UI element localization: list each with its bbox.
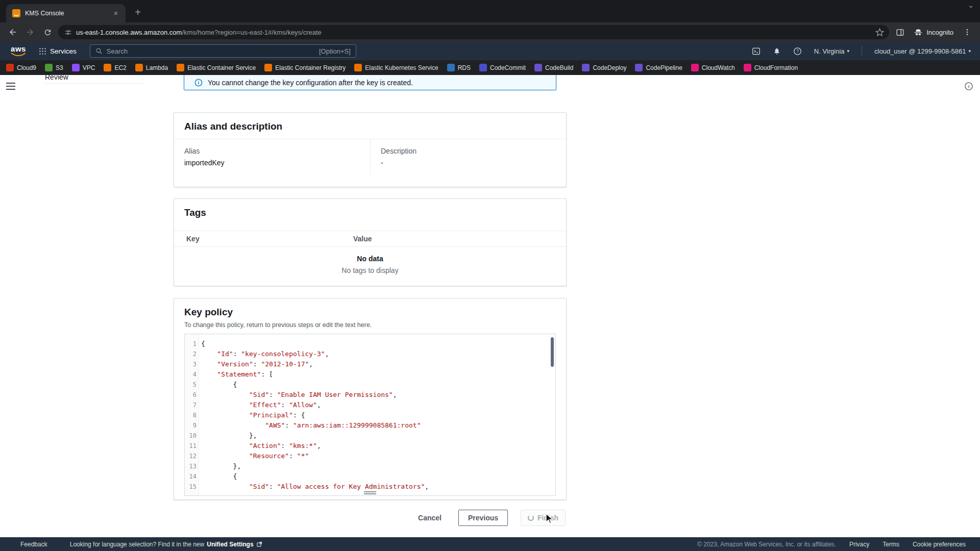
code-line: 6 "Sid": "Enable IAM User Permissions", xyxy=(185,390,555,400)
line-text: "AWS": "arn:aws:iam::129999085861:root" xyxy=(197,420,421,431)
terms-link[interactable]: Terms xyxy=(883,541,899,548)
forward-button[interactable] xyxy=(23,26,37,39)
bookmark-vpc[interactable]: VPC xyxy=(72,64,95,71)
bookmark-favicon xyxy=(177,64,184,71)
search-icon xyxy=(95,47,103,55)
description-value: - xyxy=(381,159,556,167)
bookmark-label: Elastic Container Service xyxy=(187,64,256,71)
cookie-preferences-link[interactable]: Cookie preferences xyxy=(913,541,966,548)
new-tab-button[interactable]: + xyxy=(132,7,144,19)
bookmark-favicon xyxy=(354,64,362,71)
browser-menu-icon[interactable] xyxy=(961,26,974,39)
empty-state-subtitle: No tags to display xyxy=(174,266,566,274)
bookmark-favicon xyxy=(264,64,272,71)
loading-spinner-icon xyxy=(528,515,534,521)
policy-editor-lines: 1{2 "Id": "key-consolepolicy-3",3 "Versi… xyxy=(185,334,555,492)
privacy-link[interactable]: Privacy xyxy=(849,541,869,548)
info-panel-icon[interactable]: i xyxy=(964,82,973,93)
tags-table-header: Key Value xyxy=(174,231,566,247)
line-text: "Action": "kms:*", xyxy=(197,441,321,451)
account-menu[interactable]: cloud_user @ 1299-9908-5861 ▾ xyxy=(874,47,971,55)
line-text: "Sid": "Enable IAM User Permissions", xyxy=(197,390,397,400)
bookmark-rds[interactable]: RDS xyxy=(447,64,471,71)
back-button[interactable] xyxy=(6,26,19,39)
help-icon[interactable]: ? xyxy=(793,47,802,56)
bookmark-codecommit[interactable]: CodeCommit xyxy=(479,64,526,71)
region-selector[interactable]: N. Virginia ▾ xyxy=(814,47,849,55)
notifications-bell-icon[interactable] xyxy=(773,47,781,55)
bookmark-label: RDS xyxy=(458,64,471,71)
url-text: us-east-1.console.aws.amazon.com/kms/hom… xyxy=(76,29,871,36)
bookmark-cloud9[interactable]: Cloud9 xyxy=(6,64,36,71)
key-policy-card: Key policy To change this policy, return… xyxy=(174,298,567,500)
line-number: 15 xyxy=(185,482,197,492)
wizard-step-review[interactable]: Review xyxy=(45,73,68,81)
window-chevron-icon[interactable]: ⌄ xyxy=(968,1,974,9)
step-divider xyxy=(45,83,145,84)
svg-text:?: ? xyxy=(796,48,799,54)
bookmark-favicon xyxy=(479,64,487,71)
unified-settings-link[interactable]: Unified Settings xyxy=(207,541,253,548)
empty-state-title: No data xyxy=(174,255,566,263)
previous-button[interactable]: Previous xyxy=(458,510,508,526)
bookmark-elastic-container-registry[interactable]: Elastic Container Registry xyxy=(264,64,346,71)
line-number: 10 xyxy=(185,431,197,441)
editor-scrollbar-thumb[interactable] xyxy=(551,337,554,367)
editor-resize-handle[interactable] xyxy=(364,490,376,494)
address-bar[interactable]: us-east-1.console.aws.amazon.com/kms/hom… xyxy=(58,25,889,39)
bookmark-label: Elastic Kubernetes Service xyxy=(365,64,438,71)
bookmarks-bar: Cloud9S3VPCEC2LambdaElastic Container Se… xyxy=(0,60,980,75)
cloudshell-icon[interactable] xyxy=(752,47,761,56)
bookmark-label: Lambda xyxy=(146,64,168,71)
tab-close-icon[interactable]: × xyxy=(111,9,120,18)
line-number: 11 xyxy=(185,441,197,451)
aws-logo[interactable]: aws xyxy=(9,45,28,57)
incognito-badge: Incognito xyxy=(911,28,957,37)
bookmark-label: VPC xyxy=(83,64,95,71)
bookmark-codepipeline[interactable]: CodePipeline xyxy=(635,64,682,71)
console-search-input[interactable]: Search [Option+S] xyxy=(90,44,356,58)
bookmark-elastic-container-service[interactable]: Elastic Container Service xyxy=(177,64,256,71)
bookmark-elastic-kubernetes-service[interactable]: Elastic Kubernetes Service xyxy=(354,64,438,71)
page-content: Review i You cannot change the key confi… xyxy=(0,75,980,537)
browser-tab[interactable]: KMS Console × xyxy=(6,4,126,22)
bookmark-label: CloudFormation xyxy=(754,64,798,71)
site-info-icon[interactable] xyxy=(64,29,72,36)
services-label: Services xyxy=(50,47,77,55)
code-line: 4 "Statement": [ xyxy=(185,369,555,380)
card-subtitle: To change this policy, return to previou… xyxy=(184,321,556,329)
bookmark-s3[interactable]: S3 xyxy=(45,64,63,71)
bookmark-codebuild[interactable]: CodeBuild xyxy=(534,64,573,71)
tab-strip: KMS Console × + ⌄ xyxy=(0,0,980,22)
line-number: 14 xyxy=(185,471,197,482)
bookmark-cloudwatch[interactable]: CloudWatch xyxy=(691,64,735,71)
bookmark-codedeploy[interactable]: CodeDeploy xyxy=(582,64,626,71)
policy-code-editor[interactable]: 1{2 "Id": "key-consolepolicy-3",3 "Versi… xyxy=(184,334,556,496)
bookmark-favicon xyxy=(534,64,542,71)
line-number: 8 xyxy=(185,410,197,420)
side-nav-toggle-icon[interactable] xyxy=(6,83,15,92)
code-line: 1{ xyxy=(185,339,555,349)
bookmark-label: CloudWatch xyxy=(702,64,735,71)
finish-button[interactable]: Finish xyxy=(521,510,566,526)
feedback-button[interactable]: Feedback xyxy=(20,541,47,548)
bookmark-cloudformation[interactable]: CloudFormation xyxy=(744,64,798,71)
bookmark-lambda[interactable]: Lambda xyxy=(135,64,168,71)
line-text: "Resource": "*" xyxy=(197,451,309,461)
svg-text:i: i xyxy=(968,84,970,89)
reload-button[interactable] xyxy=(41,26,54,39)
code-line: 3 "Version": "2012-10-17", xyxy=(185,359,555,369)
cancel-button[interactable]: Cancel xyxy=(411,510,448,526)
bookmark-favicon xyxy=(104,64,111,71)
bookmark-star-icon[interactable] xyxy=(875,28,884,37)
side-panel-icon[interactable] xyxy=(893,26,906,39)
bookmark-favicon xyxy=(45,64,53,71)
bookmark-ec2[interactable]: EC2 xyxy=(104,64,126,71)
services-menu[interactable]: Services xyxy=(39,47,77,55)
aws-logo-text: aws xyxy=(11,45,26,53)
bookmark-favicon xyxy=(135,64,143,71)
chevron-down-icon: ▾ xyxy=(968,48,971,54)
browser-window: KMS Console × + ⌄ us-east-1.console.aws.… xyxy=(0,0,980,551)
code-line: 10 }, xyxy=(185,431,555,441)
line-number: 2 xyxy=(185,349,197,359)
